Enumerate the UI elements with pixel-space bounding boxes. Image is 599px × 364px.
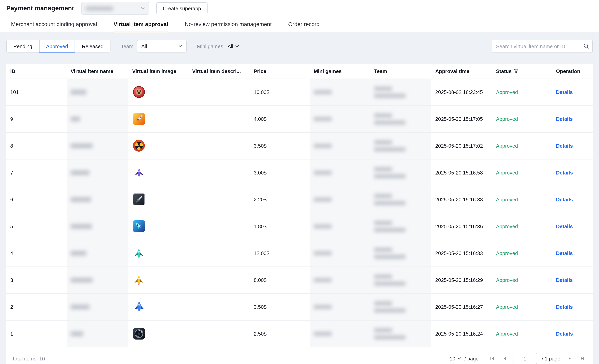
- details-link[interactable]: Details: [556, 277, 573, 283]
- table-row: 62.20$2025-05-20 15:16:38ApprovedDetails: [6, 186, 593, 213]
- team-select[interactable]: All: [137, 40, 187, 53]
- filter-button-pending[interactable]: Pending: [6, 40, 39, 53]
- payment-management-page: Payment management Create superapp Merch…: [0, 0, 599, 364]
- search-input[interactable]: [492, 40, 593, 53]
- cell-operation: Details: [552, 159, 593, 186]
- cell-item-image: [128, 79, 188, 106]
- cell-item-image: [128, 213, 188, 240]
- details-link[interactable]: Details: [556, 250, 573, 256]
- cell-team-redacted: [370, 213, 431, 240]
- redacted-text: [71, 224, 92, 229]
- redacted-text: [374, 228, 406, 232]
- cell-status: Approved: [492, 106, 552, 133]
- redacted-text: [314, 117, 332, 121]
- cell-operation: Details: [552, 186, 593, 213]
- app-select[interactable]: [81, 2, 149, 15]
- cell-item-name-redacted: [67, 267, 128, 293]
- details-link[interactable]: Details: [556, 223, 573, 229]
- cell-item-image: [128, 240, 188, 267]
- cell-mini-games-redacted: [310, 186, 370, 213]
- redacted-text: [374, 94, 406, 98]
- cell-status: Approved: [492, 213, 552, 240]
- cell-status: Approved: [492, 79, 552, 106]
- details-link[interactable]: Details: [556, 170, 573, 176]
- first-page-button[interactable]: [487, 354, 497, 363]
- cell-item-name-redacted: [67, 159, 128, 186]
- page-size-value: 10: [450, 355, 455, 361]
- status-badge: Approved: [496, 331, 518, 337]
- table-row: 412.00$2025-05-20 15:16:33ApprovedDetail…: [6, 240, 593, 267]
- filter-funnel-icon[interactable]: [514, 69, 518, 73]
- chevron-down-icon: [457, 356, 461, 360]
- cell-mini-games-redacted: [310, 159, 370, 186]
- topbar: Payment management Create superapp: [0, 0, 599, 17]
- cell-team-redacted: [370, 106, 431, 133]
- redacted-text: [314, 170, 332, 175]
- table-row: 38.00$2025-05-20 15:16:29ApprovedDetails: [6, 267, 593, 293]
- filter-button-released[interactable]: Released: [75, 40, 111, 53]
- cell-item-name-redacted: [67, 293, 128, 320]
- details-link[interactable]: Details: [556, 331, 573, 337]
- cell-item-name-redacted: [67, 320, 128, 347]
- last-page-button[interactable]: [578, 354, 587, 363]
- search-icon[interactable]: [583, 43, 589, 51]
- cell-approval-time: 2025-05-20 15:16:38: [431, 186, 492, 213]
- cell-item-description: [188, 159, 250, 186]
- cell-status: Approved: [492, 293, 552, 320]
- redacted-text: [374, 120, 406, 125]
- cell-item-description: [188, 79, 250, 106]
- cell-price: 3.00$: [250, 159, 310, 186]
- page-title: Payment management: [6, 5, 74, 12]
- cell-id: 101: [6, 79, 67, 106]
- cell-price: 3.50$: [250, 293, 310, 320]
- cell-item-description: [188, 267, 250, 293]
- column-header-image: Virtual item image: [128, 63, 188, 79]
- status-badge: Approved: [496, 277, 518, 283]
- table-row: 12.50$2025-05-20 15:16:24ApprovedDetails: [6, 320, 593, 347]
- details-link[interactable]: Details: [556, 304, 573, 310]
- details-link[interactable]: Details: [556, 89, 573, 95]
- pug-badge-icon: [132, 85, 146, 98]
- filter-bar: PendingApprovedReleased Team All Mini ga…: [6, 40, 593, 53]
- create-superapp-button[interactable]: Create superapp: [156, 2, 208, 14]
- cell-item-description: [188, 213, 250, 240]
- cell-team-redacted: [370, 159, 431, 186]
- next-page-button[interactable]: [565, 354, 574, 363]
- details-link[interactable]: Details: [556, 116, 573, 122]
- cell-item-name-redacted: [67, 186, 128, 213]
- cell-approval-time: 2025-05-20 15:16:29: [431, 267, 492, 293]
- redacted-text: [374, 147, 406, 151]
- redacted-text: [71, 90, 86, 95]
- redacted-text: [314, 197, 332, 202]
- tab-order-record[interactable]: Order record: [288, 17, 320, 32]
- redacted-text: [314, 305, 332, 309]
- cell-id: 1: [6, 320, 67, 347]
- cell-team-redacted: [370, 186, 431, 213]
- virtual-item-table-card: IDVirtual item nameVirtual item imageVir…: [6, 63, 593, 364]
- tab-merchant-account-binding-approval[interactable]: Merchant account binding approval: [11, 17, 97, 32]
- redacted-text: [71, 116, 80, 122]
- filter-button-approved[interactable]: Approved: [39, 40, 75, 53]
- cell-item-image: [128, 293, 188, 320]
- mini-games-select[interactable]: All: [227, 40, 240, 53]
- redacted-text: [374, 274, 392, 279]
- column-header-status[interactable]: Status: [492, 63, 552, 79]
- redacted-text: [71, 197, 91, 202]
- tab-no-review-permission-management[interactable]: No-review permission management: [185, 17, 272, 32]
- cell-price: 12.00$: [250, 240, 310, 267]
- table-header-row: IDVirtual item nameVirtual item imageVir…: [6, 63, 593, 79]
- previous-page-button[interactable]: [500, 354, 510, 363]
- details-link[interactable]: Details: [556, 197, 573, 203]
- cell-price: 2.20$: [250, 186, 310, 213]
- page-number-input[interactable]: [513, 353, 537, 364]
- status-filter-group: PendingApprovedReleased: [6, 40, 111, 53]
- redacted-text: [314, 332, 332, 336]
- details-link[interactable]: Details: [556, 143, 573, 149]
- page-size-select[interactable]: 10: [450, 355, 461, 361]
- cell-price: 3.50$: [250, 133, 310, 159]
- tab-virtual-item-approval[interactable]: Virtual item approval: [114, 17, 168, 32]
- cell-status: Approved: [492, 133, 552, 159]
- rocket-icon: [132, 219, 146, 233]
- cell-status: Approved: [492, 159, 552, 186]
- redacted-text: [374, 140, 392, 144]
